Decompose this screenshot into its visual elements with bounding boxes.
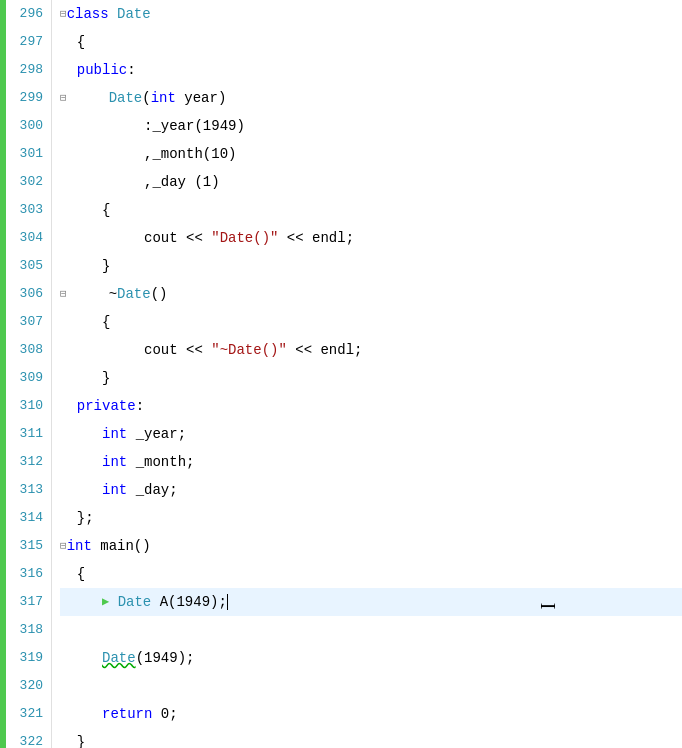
keyword-token: class — [67, 0, 109, 28]
plain-token: 0; — [152, 700, 177, 728]
code-line: } — [60, 364, 682, 392]
line-number: 311 — [6, 420, 43, 448]
code-line: private: — [60, 392, 682, 420]
keyword-token: int — [67, 532, 92, 560]
keyword-token: int — [102, 476, 127, 504]
line-number: 297 — [6, 28, 43, 56]
plain-token: }; — [60, 504, 94, 532]
plain-token: ,_month(10) — [60, 140, 236, 168]
keyword-token: return — [102, 700, 152, 728]
line-number: 302 — [6, 168, 43, 196]
plain-token: ( — [142, 84, 150, 112]
plain-token: << endl; — [287, 336, 363, 364]
line-number: 309 — [6, 364, 43, 392]
code-line: { — [60, 308, 682, 336]
code-line: ,_month(10) — [60, 140, 682, 168]
code-line: }; — [60, 504, 682, 532]
line-number: 313 — [6, 476, 43, 504]
line-number: 305 — [6, 252, 43, 280]
type-squiggle-token: Date — [102, 644, 136, 672]
plain-token: _year; — [127, 420, 186, 448]
collapse-icon[interactable]: ⊟ — [60, 532, 67, 560]
code-area[interactable]: ⊟class Date { public:⊟ Date(int year) :_… — [52, 0, 682, 748]
plain-token — [109, 0, 117, 28]
line-number: 300 — [6, 112, 43, 140]
line-number: 303 — [6, 196, 43, 224]
collapse-icon[interactable]: ⊟ — [60, 0, 67, 28]
plain-token: cout << — [60, 224, 211, 252]
code-line: int _month; — [60, 448, 682, 476]
code-line: ⊟class Date — [60, 0, 682, 28]
line-number: 308 — [6, 336, 43, 364]
keyword-token: private — [77, 392, 136, 420]
plain-token — [60, 588, 102, 616]
plain-token — [60, 420, 102, 448]
plain-token: { — [60, 560, 85, 588]
string-token: "Date()" — [211, 224, 278, 252]
code-line: { — [60, 196, 682, 224]
plain-token: :_year(1949) — [60, 112, 245, 140]
code-line: ⊟int main() — [60, 532, 682, 560]
plain-token: : — [127, 56, 135, 84]
plain-token: year) — [176, 84, 226, 112]
type-token: Date — [109, 84, 143, 112]
collapse-icon[interactable]: ⊟ — [60, 84, 67, 112]
plain-token: ,_day (1) — [60, 168, 220, 196]
plain-token: cout << — [60, 336, 211, 364]
code-line: } — [60, 728, 682, 748]
plain-token — [60, 700, 102, 728]
line-numbers: 2962972982993003013023033043053063073083… — [6, 0, 52, 748]
plain-token: { — [60, 28, 85, 56]
plain-token: _day; — [127, 476, 177, 504]
plain-token — [60, 56, 77, 84]
line-number: 301 — [6, 140, 43, 168]
code-line: ,_day (1) — [60, 168, 682, 196]
line-number: 320 — [6, 672, 43, 700]
plain-token: { — [60, 196, 110, 224]
plain-token — [67, 84, 109, 112]
line-number: 322 — [6, 728, 43, 748]
keyword-token: int — [102, 448, 127, 476]
keyword-token: public — [77, 56, 127, 84]
line-number: 298 — [6, 56, 43, 84]
plain-token: } — [60, 252, 110, 280]
code-line: ⊟ Date(int year) — [60, 84, 682, 112]
code-line: cout << "~Date()" << endl; — [60, 336, 682, 364]
code-editor: 2962972982993003013023033043053063073083… — [0, 0, 682, 748]
code-line: ⊟ ~Date() — [60, 280, 682, 308]
type-token: Date — [117, 0, 151, 28]
type-token: Date — [118, 588, 152, 616]
text-cursor — [227, 594, 228, 610]
breakpoint-arrow-icon: ▶ — [102, 588, 109, 616]
plain-token: A(1949); — [151, 588, 227, 616]
line-number: 307 — [6, 308, 43, 336]
plain-token — [60, 644, 102, 672]
code-line: ▶ Date A(1949);I — [60, 588, 682, 616]
code-line: :_year(1949) — [60, 112, 682, 140]
code-line: public: — [60, 56, 682, 84]
code-line — [60, 672, 682, 700]
line-number: 316 — [6, 560, 43, 588]
plain-token: (1949); — [136, 644, 195, 672]
plain-token: : — [136, 392, 144, 420]
collapse-icon[interactable]: ⊟ — [60, 280, 67, 308]
code-line: cout << "Date()" << endl; — [60, 224, 682, 252]
code-line: ⇒ { — [60, 560, 682, 588]
line-number: 296 — [6, 0, 43, 28]
plain-token: _month; — [127, 448, 194, 476]
code-line: } — [60, 252, 682, 280]
plain-token: } — [60, 364, 110, 392]
line-number: 314 — [6, 504, 43, 532]
plain-token: { — [60, 308, 110, 336]
plain-token — [60, 448, 102, 476]
keyword-token: int — [151, 84, 176, 112]
code-line — [60, 616, 682, 644]
line-number: 312 — [6, 448, 43, 476]
line-number: 306 — [6, 280, 43, 308]
code-line: int _day; — [60, 476, 682, 504]
code-line: Date(1949); — [60, 644, 682, 672]
plain-token: << endl; — [278, 224, 354, 252]
line-number: 310 — [6, 392, 43, 420]
tilde-token: ~ — [109, 280, 117, 308]
plain-token: main() — [92, 532, 151, 560]
